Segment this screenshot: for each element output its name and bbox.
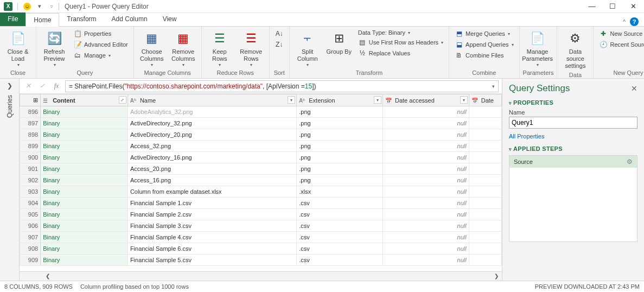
cell-date[interactable] xyxy=(469,152,501,163)
col-date-accessed[interactable]: 📅Date accessed▾ xyxy=(382,94,469,106)
cell-date[interactable] xyxy=(469,220,501,232)
cell-extension[interactable]: .png xyxy=(297,106,383,118)
append-queries-button[interactable]: ⬓Append Queries▾ xyxy=(452,40,516,49)
table-row[interactable]: 905BinaryFinancial Sample 2.csv.csvnull xyxy=(20,209,502,220)
split-column-button[interactable]: ⫟ Split Column▾ xyxy=(293,29,322,68)
table-row[interactable]: 898BinaryActiveDirectory_20.png.pngnull xyxy=(20,129,502,141)
cell-date[interactable] xyxy=(469,175,501,186)
cell-date-accessed[interactable]: null xyxy=(382,243,469,255)
table-row[interactable]: 904BinaryFinancial Sample 1.csv.csvnull xyxy=(20,198,502,209)
remove-columns-button[interactable]: ▦ Remove Columns▾ xyxy=(169,29,198,68)
cell-content[interactable]: Binary xyxy=(41,243,128,255)
cell-extension[interactable]: .png xyxy=(297,129,383,141)
cell-extension[interactable]: .png xyxy=(297,152,383,163)
advanced-editor-button[interactable]: 📝Advanced Editor xyxy=(71,40,130,49)
cell-date-accessed[interactable]: null xyxy=(382,141,469,152)
cell-extension[interactable]: .png xyxy=(297,118,383,129)
cell-date[interactable] xyxy=(469,232,501,243)
col-date-filter[interactable]: ▾ xyxy=(460,96,468,104)
cell-date[interactable] xyxy=(469,129,501,141)
cell-name[interactable]: Access_32.png xyxy=(127,141,296,152)
table-row[interactable]: 909BinaryFinancial Sample 5.csv.csvnull xyxy=(20,255,502,266)
table-row[interactable]: 906BinaryFinancial Sample 3.csv.csvnull xyxy=(20,220,502,232)
replace-values-button[interactable]: ½Replace Values xyxy=(356,48,445,58)
cell-content[interactable]: Binary xyxy=(41,198,128,209)
all-properties-link[interactable]: All Properties xyxy=(509,133,544,139)
cell-content[interactable]: Binary xyxy=(41,220,128,232)
cell-date-accessed[interactable]: null xyxy=(382,198,469,209)
tab-file[interactable]: File xyxy=(0,12,25,26)
applied-steps-header[interactable]: APPLIED STEPS xyxy=(509,145,637,152)
maximize-button[interactable]: ☐ xyxy=(605,2,620,10)
cell-extension[interactable]: .csv xyxy=(297,232,383,243)
tab-home[interactable]: Home xyxy=(25,13,59,27)
keep-rows-button[interactable]: ☰ Keep Rows▾ xyxy=(205,29,234,68)
tab-add-column[interactable]: Add Column xyxy=(104,12,155,26)
cell-date-accessed[interactable]: null xyxy=(382,232,469,243)
cell-date-accessed[interactable]: null xyxy=(382,220,469,232)
manage-button[interactable]: 🗂Manage▾ xyxy=(71,50,130,60)
data-source-settings-button[interactable]: ⚙ Data source settings xyxy=(560,29,590,71)
cell-name[interactable]: Access_20.png xyxy=(127,163,296,175)
table-row[interactable]: 899BinaryAccess_32.png.pngnull xyxy=(20,141,502,152)
help-icon[interactable]: ? xyxy=(630,17,639,26)
cell-content[interactable]: Binary xyxy=(41,152,128,163)
close-settings-icon[interactable]: ✕ xyxy=(631,84,637,93)
cell-content[interactable]: Binary xyxy=(41,186,128,198)
new-source-button[interactable]: ✚New Source▾ xyxy=(597,29,644,39)
table-corner[interactable]: ⊞ xyxy=(20,94,41,106)
cell-date-accessed[interactable]: null xyxy=(382,175,469,186)
cell-date[interactable] xyxy=(469,106,501,118)
cell-extension[interactable]: .csv xyxy=(297,209,383,220)
step-gear-icon[interactable]: ⚙ xyxy=(627,158,633,166)
cell-date-accessed[interactable]: null xyxy=(382,152,469,163)
cell-date[interactable] xyxy=(469,255,501,266)
col-name-filter[interactable]: ▾ xyxy=(288,96,295,104)
formula-confirm-icon[interactable]: ✓ xyxy=(37,82,48,90)
feedback-icon[interactable]: ☺ xyxy=(22,2,32,11)
table-row[interactable]: 907BinaryFinancial Sample 4.csv.csvnull xyxy=(20,232,502,243)
step-source[interactable]: Source ⚙ xyxy=(509,156,637,168)
cell-date[interactable] xyxy=(469,209,501,220)
cell-name[interactable]: ActiveDirectory_32.png xyxy=(127,118,296,129)
cell-extension[interactable]: .png xyxy=(297,163,383,175)
col-extension[interactable]: AᵇExtension▾ xyxy=(297,94,383,106)
formula-cancel-icon[interactable]: ✕ xyxy=(23,82,34,90)
cell-date-accessed[interactable]: null xyxy=(382,255,469,266)
col-date[interactable]: 📅Date xyxy=(469,94,501,106)
cell-date[interactable] xyxy=(469,141,501,152)
minimize-button[interactable]: — xyxy=(584,2,600,10)
fx-icon[interactable]: fx xyxy=(51,82,62,90)
cell-extension[interactable]: .csv xyxy=(297,243,383,255)
cell-content[interactable]: Binary xyxy=(41,209,128,220)
qat-customize[interactable]: ▿ xyxy=(47,2,56,11)
cell-content[interactable]: Binary xyxy=(41,141,128,152)
cell-name[interactable]: AdobeAnalytics_32.png xyxy=(127,106,296,118)
remove-rows-button[interactable]: ☰ Remove Rows▾ xyxy=(237,29,266,68)
qat-dropdown[interactable]: ▾ xyxy=(35,2,44,11)
horizontal-scrollbar[interactable]: ❮❯ xyxy=(20,271,502,281)
refresh-preview-button[interactable]: 🔄 Refresh Preview▾ xyxy=(40,29,69,68)
sort-asc-button[interactable]: A↓ xyxy=(273,29,286,39)
properties-header[interactable]: PROPERTIES xyxy=(509,99,637,106)
cell-name[interactable]: Financial Sample 5.csv xyxy=(127,255,296,266)
cell-extension[interactable]: .xlsx xyxy=(297,186,383,198)
cell-date-accessed[interactable]: null xyxy=(382,209,469,220)
cell-content[interactable]: Binary xyxy=(41,255,128,266)
table-row[interactable]: 897BinaryActiveDirectory_32.png.pngnull xyxy=(20,118,502,129)
table-row[interactable]: 901BinaryAccess_20.png.pngnull xyxy=(20,163,502,175)
cell-date[interactable] xyxy=(469,198,501,209)
group-by-button[interactable]: ⊞ Group By xyxy=(324,29,354,56)
queries-pane-collapsed[interactable]: ❯ Queries xyxy=(0,79,20,281)
cell-name[interactable]: Financial Sample 3.csv xyxy=(127,220,296,232)
cell-date[interactable] xyxy=(469,186,501,198)
cell-name[interactable]: Access_16.png xyxy=(127,175,296,186)
table-row[interactable]: 903BinaryColumn from example dataset.xls… xyxy=(20,186,502,198)
combine-files-button[interactable]: 🗎Combine Files xyxy=(452,50,516,60)
cell-date-accessed[interactable]: null xyxy=(382,186,469,198)
table-row[interactable]: 908BinaryFinancial Sample 6.csv.csvnull xyxy=(20,243,502,255)
recent-sources-button[interactable]: 🕘Recent Sources▾ xyxy=(597,40,644,49)
col-ext-filter[interactable]: ▾ xyxy=(374,96,381,104)
formula-bar[interactable]: = SharePoint.Files("https://contoso.shar… xyxy=(65,80,499,92)
merge-queries-button[interactable]: ⬒Merge Queries▾ xyxy=(452,29,516,39)
